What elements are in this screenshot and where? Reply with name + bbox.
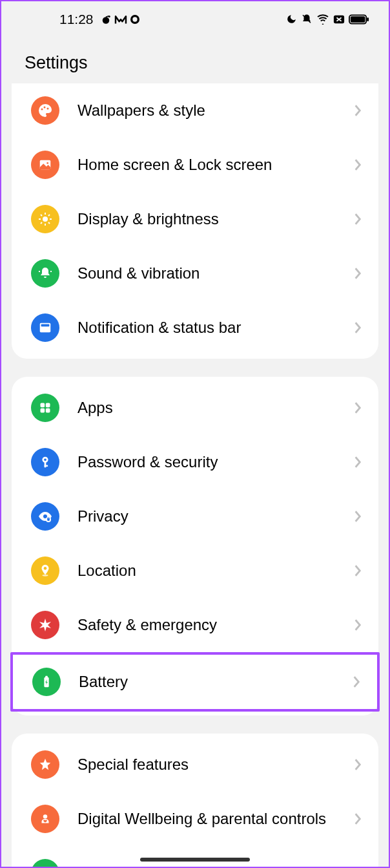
row-sound-vibration[interactable]: Sound & vibration [12,246,378,301]
row-digital-wellbeing[interactable]: Digital Wellbeing & parental controls [12,792,378,846]
row-privacy[interactable]: Privacy [12,489,378,544]
moon-icon [286,14,297,25]
page-header: Settings [1,34,389,86]
m-icon [114,14,127,25]
row-label: Digital Wellbeing & parental controls [77,809,354,829]
row-apps[interactable]: Apps [12,381,378,435]
chevron-right-icon [354,758,362,771]
svg-point-8 [44,107,46,109]
battery-icon [349,14,369,25]
circle-icon [130,14,140,25]
svg-line-20 [48,215,50,216]
svg-point-28 [44,459,46,461]
row-password-security[interactable]: Password & security [12,435,378,489]
svg-point-38 [43,814,47,818]
status-bar: 11:28 [1,1,389,34]
svg-point-12 [43,217,48,222]
grid-icon [31,394,59,422]
bell-off-icon [301,14,313,25]
notification-icon [31,313,59,342]
svg-point-2 [131,16,138,23]
sun-icon [31,205,59,233]
nav-handle[interactable] [140,858,250,862]
chevron-right-icon [354,401,362,414]
svg-rect-37 [45,676,48,678]
chevron-right-icon [354,321,362,334]
section-more: Special features Digital Wellbeing & par… [12,734,378,868]
eye-icon [31,502,59,531]
row-label: Display & brightness [77,209,354,229]
settings-content[interactable]: Wallpapers & style Home screen & Lock sc… [1,83,389,868]
svg-line-17 [41,215,42,216]
wifi-icon [316,14,329,25]
chevron-right-icon [354,564,362,577]
gear-icon [31,859,59,868]
row-display-brightness[interactable]: Display & brightness [12,192,378,246]
status-left: 11:28 [59,12,140,27]
status-time: 11:28 [59,12,94,27]
row-label: Special features [77,755,354,774]
row-special-features[interactable]: Special features [12,737,378,792]
row-label: Password & security [77,452,354,472]
row-wallpapers-style[interactable]: Wallpapers & style [12,83,378,138]
row-label: Location [77,561,354,580]
chevron-right-icon [353,675,360,688]
svg-rect-23 [41,403,45,408]
row-notification-status-bar[interactable]: Notification & status bar [12,301,378,355]
svg-rect-26 [46,408,50,413]
svg-rect-30 [45,465,48,467]
row-label: Battery [79,672,353,692]
page-title: Settings [25,53,365,73]
row-label: Privacy [77,507,354,526]
svg-line-18 [48,222,50,224]
svg-rect-24 [46,403,50,408]
status-right-icons [286,14,369,25]
bell-icon [31,259,59,288]
svg-rect-29 [45,462,46,467]
chevron-right-icon [354,104,362,117]
row-location[interactable]: Location [12,544,378,598]
svg-rect-25 [41,408,45,413]
row-label: Additional Settings [77,863,354,868]
emergency-icon [31,611,59,639]
image-icon [31,151,59,179]
svg-point-31 [43,514,47,518]
chevron-right-icon [354,158,362,171]
row-battery[interactable]: Battery [10,652,380,712]
row-label: Apps [77,398,354,418]
row-label: Notification & status bar [77,318,354,337]
status-notif-icons [100,14,140,25]
svg-point-11 [46,162,48,164]
palette-icon [31,96,59,125]
row-label: Safety & emergency [77,615,354,635]
row-label: Wallpapers & style [77,101,354,120]
section-personalization: Wallpapers & style Home screen & Lock sc… [12,83,378,359]
svg-point-7 [41,109,43,111]
row-safety-emergency[interactable]: Safety & emergency [12,598,378,652]
battery-charge-icon [32,668,61,696]
svg-point-9 [47,108,49,110]
card-icon [333,14,345,25]
row-home-lock-screen[interactable]: Home screen & Lock screen [12,138,378,192]
svg-rect-22 [41,324,50,327]
pin-icon [31,556,59,585]
chevron-right-icon [354,619,362,631]
chevron-right-icon [354,213,362,226]
row-label: Home screen & Lock screen [77,155,354,175]
svg-point-35 [42,575,48,577]
svg-point-34 [44,567,47,570]
row-additional-settings[interactable]: Additional Settings [12,846,378,868]
svg-rect-5 [351,16,365,22]
reddit-icon [100,14,112,25]
svg-rect-6 [367,17,369,21]
section-system: Apps Password & security Privacy Locatio… [12,377,378,715]
svg-point-0 [102,17,109,24]
chevron-right-icon [354,267,362,280]
chevron-right-icon [354,812,362,825]
heart-icon [31,805,59,833]
star-icon [31,750,59,779]
key-icon [31,448,59,476]
svg-line-19 [41,222,42,224]
chevron-right-icon [354,510,362,523]
row-label: Sound & vibration [77,264,354,283]
